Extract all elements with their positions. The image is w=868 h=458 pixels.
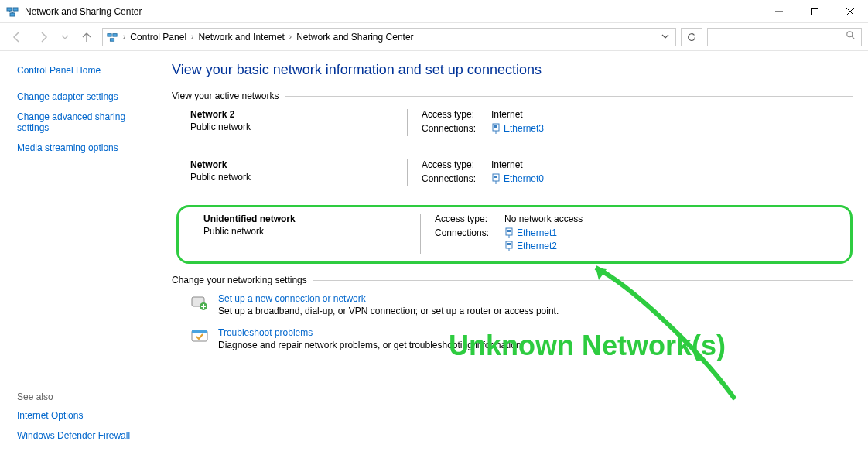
- change-settings-header: Change your networking settings: [172, 275, 853, 285]
- recent-dropdown[interactable]: [59, 26, 71, 48]
- divider: [313, 280, 853, 281]
- sidebar: Control Panel Home Change adapter settin…: [0, 51, 162, 458]
- connections-label: Connections:: [422, 123, 491, 134]
- back-button[interactable]: [6, 26, 28, 48]
- setup-connection-desc: Set up a broadband, dial-up, or VPN conn…: [218, 306, 559, 316]
- divider: [285, 96, 853, 97]
- network-entry: Network 2 Public network Access type: In…: [190, 109, 853, 136]
- ethernet-icon: [504, 227, 514, 238]
- connection-link[interactable]: Ethernet3: [491, 123, 544, 134]
- titlebar: Network and Sharing Center: [0, 0, 868, 23]
- network-name: Network 2: [190, 109, 391, 120]
- network-type: Public network: [203, 226, 405, 237]
- chevron-right-icon: ›: [289, 32, 292, 41]
- network-name: Network: [190, 159, 391, 170]
- connections-label: Connections:: [422, 173, 491, 184]
- minimize-button[interactable]: [761, 0, 797, 23]
- breadcrumb-item[interactable]: Network and Sharing Center: [296, 32, 413, 43]
- svg-rect-15: [494, 125, 497, 128]
- maximize-button[interactable]: [797, 0, 832, 23]
- svg-rect-6: [812, 8, 818, 15]
- svg-rect-10: [113, 33, 117, 36]
- connection-link[interactable]: Ethernet2: [504, 241, 557, 251]
- network-entry: Network Public network Access type: Inte…: [190, 159, 853, 186]
- media-streaming-options-link[interactable]: Media streaming options: [17, 142, 152, 153]
- change-adapter-settings-link[interactable]: Change adapter settings: [17, 91, 152, 102]
- main-content: View your basic network information and …: [162, 51, 868, 458]
- svg-rect-31: [192, 330, 207, 333]
- access-type-value: No network access: [504, 214, 583, 224]
- svg-rect-1: [13, 8, 18, 11]
- troubleshoot-desc: Diagnose and repair network problems, or…: [218, 340, 524, 350]
- settings-item: Set up a new connection or network Set u…: [190, 293, 853, 316]
- navbar: › Control Panel › Network and Internet ›…: [0, 23, 868, 51]
- access-type-label: Access type:: [422, 159, 491, 170]
- svg-line-13: [852, 36, 855, 39]
- breadcrumb-item[interactable]: Control Panel: [130, 32, 186, 43]
- refresh-button[interactable]: [681, 28, 702, 46]
- connection-name: Ethernet0: [504, 173, 544, 184]
- see-also-label: See also: [17, 391, 152, 402]
- access-type-label: Access type:: [435, 214, 504, 224]
- troubleshoot-link[interactable]: Troubleshoot problems: [218, 327, 313, 338]
- svg-point-12: [847, 32, 853, 37]
- troubleshoot-icon: [190, 327, 209, 346]
- ethernet-icon: [491, 173, 501, 184]
- network-center-icon: [6, 5, 19, 18]
- ethernet-icon: [491, 123, 501, 134]
- window-title: Network and Sharing Center: [25, 6, 142, 17]
- search-input[interactable]: [707, 28, 862, 46]
- svg-rect-24: [507, 243, 511, 245]
- network-type: Public network: [190, 172, 391, 183]
- network-entry: Unidentified network Public network Acce…: [203, 214, 839, 254]
- svg-rect-0: [7, 8, 12, 11]
- connections-label: Connections:: [435, 227, 504, 238]
- internet-options-link[interactable]: Internet Options: [17, 410, 152, 421]
- ethernet-icon: [504, 241, 514, 251]
- annotation-highlight: Unidentified network Public network Acce…: [176, 205, 853, 264]
- chevron-right-icon: ›: [191, 32, 193, 41]
- section-label: Change your networking settings: [172, 275, 307, 285]
- breadcrumb-item[interactable]: Network and Internet: [198, 32, 284, 43]
- chevron-right-icon: ›: [123, 32, 125, 41]
- page-title: View your basic network information and …: [172, 62, 853, 78]
- settings-item: Troubleshoot problems Diagnose and repai…: [190, 327, 853, 350]
- connection-name: Ethernet3: [504, 123, 544, 134]
- network-center-icon: [106, 31, 118, 43]
- svg-rect-11: [110, 38, 114, 41]
- access-type-label: Access type:: [422, 109, 491, 120]
- change-advanced-sharing-link[interactable]: Change advanced sharing settings: [17, 111, 152, 133]
- svg-rect-9: [108, 33, 111, 36]
- control-panel-home-link[interactable]: Control Panel Home: [17, 65, 152, 76]
- access-type-value: Internet: [491, 159, 544, 170]
- close-button[interactable]: [832, 0, 868, 23]
- section-label: View your active networks: [172, 91, 279, 101]
- svg-rect-2: [10, 13, 15, 16]
- up-button[interactable]: [76, 26, 97, 48]
- connection-name: Ethernet2: [517, 241, 557, 251]
- svg-rect-21: [507, 230, 511, 232]
- connection-link[interactable]: Ethernet1: [504, 227, 557, 238]
- forward-button[interactable]: [32, 26, 54, 48]
- svg-rect-18: [494, 176, 497, 178]
- network-name: Unidentified network: [203, 214, 405, 224]
- setup-connection-link[interactable]: Set up a new connection or network: [218, 293, 366, 304]
- search-icon: [846, 30, 856, 43]
- windows-defender-firewall-link[interactable]: Windows Defender Firewall: [17, 430, 152, 441]
- connection-name: Ethernet1: [517, 227, 557, 238]
- network-type: Public network: [190, 121, 391, 132]
- active-networks-header: View your active networks: [172, 91, 853, 101]
- address-bar[interactable]: › Control Panel › Network and Internet ›…: [102, 28, 676, 46]
- chevron-down-icon[interactable]: [661, 32, 669, 43]
- access-type-value: Internet: [491, 109, 544, 120]
- connection-link[interactable]: Ethernet0: [491, 173, 544, 184]
- setup-connection-icon: [190, 293, 209, 312]
